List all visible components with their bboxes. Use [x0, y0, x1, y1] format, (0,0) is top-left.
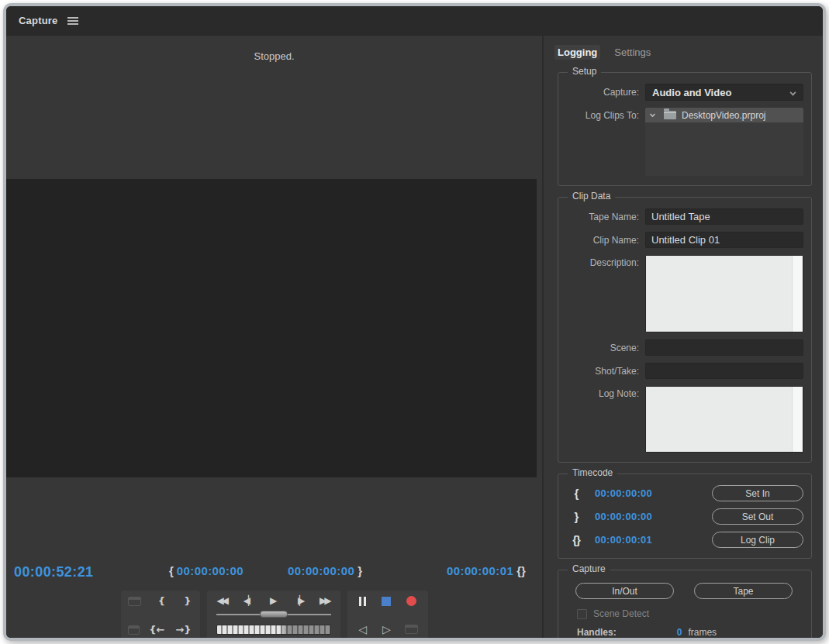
capture-select-value: Audio and Video: [652, 87, 731, 98]
fast-forward-button[interactable]: ▶▶: [318, 596, 331, 605]
project-tree-item[interactable]: DesktopVideo.prproj: [645, 108, 803, 122]
capture-select[interactable]: Audio and Video: [645, 84, 803, 101]
scene-detect-row: Scene Detect: [577, 608, 803, 619]
tape-name-field[interactable]: [645, 208, 803, 225]
in-bracket-icon: {: [169, 564, 174, 577]
scene-detect-icon[interactable]: [405, 625, 418, 634]
description-field[interactable]: [645, 255, 803, 332]
log-clips-tree[interactable]: DesktopVideo.prproj: [645, 108, 803, 176]
capture-legend: Capture: [568, 563, 610, 574]
duration-bracket-icon: {}: [516, 564, 526, 577]
panel-menu-icon[interactable]: [67, 15, 78, 26]
duration-point-timecode[interactable]: 00:00:00:01: [595, 534, 705, 546]
playback-button-group: ◀◀ ◀▏ ▶ ▕▶ ▶▶: [207, 591, 340, 640]
timecode-legend: Timecode: [568, 467, 617, 478]
duration-timecode: 00:00:00:01: [447, 564, 513, 577]
clip-name-label: Clip Name:: [565, 235, 639, 246]
logging-panel: Logging Settings Setup Capture: Audio an…: [542, 36, 823, 641]
previous-scene-icon[interactable]: [128, 597, 141, 606]
video-preview: [6, 179, 537, 477]
go-to-in-button[interactable]: {←: [147, 625, 166, 635]
jog-wheel[interactable]: [216, 625, 331, 635]
handles-unit: frames: [688, 627, 717, 638]
shuttle-slider[interactable]: [216, 611, 331, 618]
preview-column: Stopped. 00:00:52:21 {00:00:00:00 00:00:…: [6, 36, 542, 641]
scene-detect-label: Scene Detect: [593, 608, 649, 619]
step-forward-button[interactable]: ▕▶: [292, 596, 305, 605]
main-area: Stopped. 00:00:52:21 {00:00:00:00 00:00:…: [6, 36, 823, 641]
log-clip-button[interactable]: Log Clip: [712, 532, 803, 548]
transport-zone: 00:00:52:21 {00:00:00:00 00:00:00:00} 00…: [6, 477, 542, 641]
handles-row: Handles: 0 frames: [577, 627, 803, 638]
step-back-button[interactable]: ◀▏: [242, 596, 255, 605]
in-timecode: 00:00:00:00: [177, 564, 244, 577]
next-scene-icon[interactable]: [128, 625, 140, 635]
capture-window: Capture Stopped. 00:00:52:21 {00:00:00:0…: [3, 3, 826, 641]
capture-select-label: Capture:: [565, 87, 639, 98]
clip-data-legend: Clip Data: [568, 191, 615, 201]
shot-take-field[interactable]: [645, 363, 803, 379]
chevron-down-icon: [790, 90, 796, 96]
stop-icon: [382, 597, 391, 606]
clip-name-field[interactable]: [645, 232, 803, 248]
handles-value[interactable]: 0: [677, 627, 682, 638]
duration-bracket-icon: {}: [565, 533, 588, 546]
timecode-group: Timecode { 00:00:00:00 Set In } 00:00:00…: [558, 474, 812, 559]
in-point-timecode[interactable]: 00:00:00:00: [595, 487, 705, 499]
slow-reverse-button[interactable]: ◁: [357, 624, 368, 635]
duration-timecode-display: 00:00:00:01{}: [447, 564, 529, 577]
tab-logging[interactable]: Logging: [554, 45, 600, 60]
play-button[interactable]: ▶: [268, 596, 278, 605]
record-button[interactable]: [405, 596, 418, 606]
scene-field[interactable]: [645, 339, 803, 356]
status-text: Stopped.: [254, 50, 294, 62]
log-note-field[interactable]: [645, 386, 803, 453]
current-timecode: 00:00:52:21: [14, 564, 93, 580]
shot-take-label: Shot/Take:: [565, 366, 639, 377]
log-note-label: Log Note:: [565, 386, 639, 399]
pause-button[interactable]: [358, 597, 368, 606]
tree-expand-icon[interactable]: [650, 112, 655, 117]
pause-icon: [359, 597, 366, 606]
out-point-timecode[interactable]: 00:00:00:00: [595, 511, 705, 522]
capture-group: Capture In/Out Tape Scene Detect Handles…: [558, 570, 812, 641]
panel-header: Capture: [6, 6, 823, 36]
set-in-row: { 00:00:00:00 Set In: [565, 485, 803, 501]
set-out-row: } 00:00:00:00 Set Out: [565, 508, 803, 525]
scene-label: Scene:: [565, 343, 639, 353]
panel-tabs: Logging Settings: [554, 45, 817, 60]
out-bracket-icon: }: [565, 510, 588, 523]
capture-in-out-button[interactable]: In/Out: [575, 583, 674, 599]
set-in-point-button[interactable]: Set In: [712, 485, 803, 501]
in-timecode-display: {00:00:00:00: [166, 564, 244, 577]
set-out-point-button[interactable]: Set Out: [712, 508, 803, 525]
status-zone: Stopped.: [6, 36, 542, 179]
description-label: Description:: [565, 255, 639, 268]
clip-data-group: Clip Data Tape Name: Clip Name: Descript…: [558, 197, 812, 463]
out-bracket-icon: }: [358, 564, 362, 577]
setup-group: Setup Capture: Audio and Video Log Clips…: [558, 72, 812, 186]
folder-icon: [664, 111, 676, 119]
marker-button-group: { } {← →}: [121, 591, 200, 640]
set-in-button[interactable]: {: [157, 596, 167, 606]
slow-play-button[interactable]: ▷: [381, 624, 392, 635]
tape-name-label: Tape Name:: [565, 212, 639, 222]
scene-detect-checkbox[interactable]: [577, 609, 587, 619]
record-button-group: ◁ ▷: [347, 591, 428, 640]
capture-tape-button[interactable]: Tape: [694, 583, 793, 599]
shuttle-handle[interactable]: [260, 611, 288, 618]
rewind-button[interactable]: ◀◀: [216, 596, 229, 605]
go-to-out-button[interactable]: →}: [174, 625, 192, 635]
tab-settings[interactable]: Settings: [611, 45, 654, 60]
timecode-bar: 00:00:52:21 {00:00:00:00 00:00:00:00} 00…: [6, 564, 542, 581]
handles-label: Handles:: [577, 627, 617, 638]
transport-controls: { } {← →} ◀◀ ◀▏ ▶: [6, 591, 542, 640]
panel-title: Capture: [19, 15, 58, 26]
set-out-button[interactable]: }: [182, 596, 192, 606]
stop-button[interactable]: [380, 597, 392, 606]
project-tree-item-label: DesktopVideo.prproj: [682, 110, 766, 121]
setup-legend: Setup: [568, 66, 601, 77]
log-clips-label: Log Clips To:: [565, 108, 639, 121]
log-clip-row: {} 00:00:00:01 Log Clip: [565, 532, 803, 548]
in-bracket-icon: {: [565, 487, 588, 500]
